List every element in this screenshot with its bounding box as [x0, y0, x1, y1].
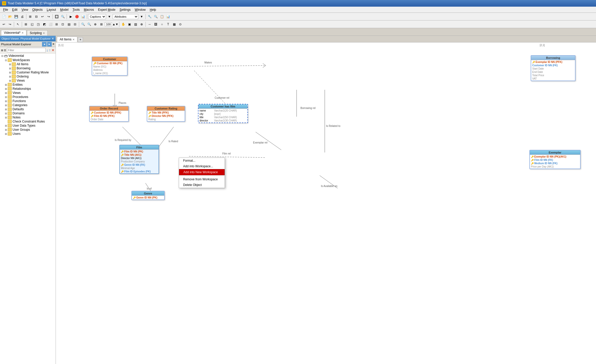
- btn-sub-entity[interactable]: ⊟: [34, 14, 39, 19]
- expander-crm[interactable]: ⊞: [8, 71, 12, 74]
- tree-item-udt[interactable]: ⊞ User Data Types: [0, 124, 56, 128]
- table-exemplar[interactable]: Exemplar 🔑 Exemplar ID NN (PK)(AK1) 🔑 Fi…: [529, 150, 581, 169]
- btn-textbox[interactable]: ▩: [171, 21, 177, 27]
- tree-item-functions[interactable]: ⊞ Functions: [0, 99, 56, 103]
- btn-add-entity[interactable]: ⊞: [27, 14, 33, 19]
- btn-img[interactable]: 🖼: [153, 21, 159, 27]
- btn-shape3[interactable]: ◩: [41, 21, 47, 27]
- btn-redo[interactable]: ↪: [46, 14, 51, 19]
- tree-item-views[interactable]: ⊞ Views: [0, 91, 56, 95]
- tree-item-videorental[interactable]: ⊟ 🗃 Videorental: [0, 53, 56, 58]
- tree-item-allitems[interactable]: ⊞ All Items: [0, 62, 56, 66]
- menu-expert[interactable]: Expert Mode: [96, 7, 118, 12]
- menu-window[interactable]: Window: [133, 7, 148, 12]
- btn-search[interactable]: 🔍: [80, 21, 86, 27]
- btn-cursor[interactable]: ↖: [15, 21, 21, 27]
- expander-usergroups[interactable]: ⊞: [4, 128, 8, 131]
- btn-sel1[interactable]: ▣: [127, 21, 132, 27]
- btn-shape5[interactable]: ⊞: [54, 21, 59, 27]
- ctx-delete-object[interactable]: Delete Object: [179, 182, 225, 188]
- tree-item-workspaces[interactable]: ⊟ WorkSpaces: [0, 58, 56, 62]
- canvas[interactable]: [1,1] [2,1] Makes Customer rel Places: [56, 42, 596, 364]
- btn-zoom1[interactable]: 🔍: [86, 21, 92, 27]
- expander-views[interactable]: ⊞: [4, 92, 8, 94]
- table-customerrating[interactable]: Customer Rating 🔑 Title NN (PFK) 🔑 Direc…: [147, 106, 185, 122]
- btn-sel3[interactable]: ⊕: [139, 21, 144, 27]
- tree-item-relationships[interactable]: ⊞ Relationships: [0, 87, 56, 91]
- move-down-icon[interactable]: ↓: [46, 48, 48, 52]
- btn-t7[interactable]: 🔍: [153, 14, 159, 19]
- btn-t2[interactable]: 🔍: [60, 14, 66, 19]
- add-tab-btn[interactable]: +: [78, 37, 83, 42]
- tab-videorental[interactable]: Videorental* ✕: [1, 30, 26, 36]
- tree-item-notes[interactable]: ⊞ Notes: [0, 115, 56, 119]
- tree-item-borrowing[interactable]: ⊞ Borrowing: [0, 66, 56, 70]
- menu-view[interactable]: View: [19, 7, 30, 12]
- table-customerhasfilm[interactable]: Customer has film name Varchar2(20 CHAR)…: [198, 104, 248, 123]
- menu-edit[interactable]: Edit: [10, 7, 19, 12]
- nav-right[interactable]: ►: [47, 42, 52, 47]
- table-orderrecord[interactable]: Order Record 🔑 Customer ID NN (PFK) 🔑 Fi…: [89, 106, 129, 122]
- tab-allitems[interactable]: All Items ✕: [57, 37, 77, 42]
- btn-end[interactable]: ⊙: [177, 21, 183, 27]
- btn-combo-arrow[interactable]: ▼: [107, 14, 112, 19]
- menu-macros[interactable]: Macros: [82, 7, 96, 12]
- table-borrowing[interactable]: Borrowing 🔑 Exemplar ID NN (PFK) Custome…: [531, 55, 576, 81]
- btn-t4[interactable]: 🔴: [74, 14, 80, 19]
- expander-domains[interactable]: ⊞: [4, 112, 8, 115]
- tab-videorental-close[interactable]: ✕: [22, 31, 24, 34]
- btn-circle[interactable]: ○: [159, 21, 165, 27]
- table-film[interactable]: Film 🔑 Film ID NN (PK) 🔑 Title NN (AK1) …: [119, 145, 159, 174]
- menu-settings[interactable]: Settings: [118, 7, 133, 12]
- btn-t5[interactable]: 📊: [80, 14, 86, 19]
- ctx-remove-workspace[interactable]: Remove from Workspace: [179, 177, 225, 182]
- subpanel-close[interactable]: ✕: [52, 42, 55, 47]
- btn-open[interactable]: 📂: [7, 14, 13, 19]
- btn-print[interactable]: 🖨: [19, 14, 25, 19]
- tree-item-customerratingmovie[interactable]: ⊞ Customer Rating Movie: [0, 70, 56, 74]
- btn-hand[interactable]: ✋: [120, 21, 126, 27]
- expander-defaults[interactable]: ⊞: [4, 108, 8, 111]
- expander-borrowing[interactable]: ⊞: [8, 67, 12, 70]
- btn-zoom-adj[interactable]: ▲▼: [112, 21, 118, 27]
- menu-layout[interactable]: Layout: [45, 7, 58, 12]
- btn-shape8[interactable]: ⊟: [72, 21, 78, 27]
- ctx-format[interactable]: Format...: [179, 158, 225, 163]
- btn-new[interactable]: 📄: [1, 14, 7, 19]
- ctx-add-workspace[interactable]: Add into Workspace...: [179, 163, 225, 169]
- tree-item-categories[interactable]: ⊞ Categories: [0, 103, 56, 107]
- nav-left[interactable]: ◄: [42, 42, 47, 47]
- btn-zoom2[interactable]: ⊕: [92, 21, 98, 27]
- tree-item-procedures[interactable]: ⊞ Procedures: [0, 95, 56, 99]
- expander-relationships[interactable]: ⊞: [4, 87, 8, 90]
- btn-text[interactable]: T: [165, 21, 171, 27]
- expander-views-ws[interactable]: ⊞: [8, 79, 12, 82]
- btn-arr[interactable]: ↔: [147, 21, 152, 27]
- btn-undo[interactable]: ↩: [40, 14, 45, 19]
- btn-t9[interactable]: 📊: [165, 14, 171, 19]
- table-customer[interactable]: Customer 🔑 Customer ID NN (PK) Name (IX1…: [92, 57, 128, 76]
- expander-functions[interactable]: ⊞: [4, 100, 8, 103]
- menu-objects[interactable]: Objects: [30, 7, 45, 12]
- btn-redo2[interactable]: ↪: [7, 21, 13, 27]
- expander-udt[interactable]: ⊞: [4, 124, 8, 127]
- btn-shape6[interactable]: ⊡: [60, 21, 66, 27]
- tree-item-domains[interactable]: ⊞ Domains: [0, 111, 56, 115]
- tree-item-users[interactable]: ⊞ Users: [0, 132, 56, 136]
- table-genre[interactable]: Genre 🔑 Genre ID NN (PK): [131, 191, 165, 200]
- btn-shape2[interactable]: ◳: [35, 21, 41, 27]
- tab-scripting[interactable]: Scripting ✕: [27, 30, 48, 36]
- tree-item-views-ws[interactable]: ⊞ Views: [0, 79, 56, 83]
- btn-t6[interactable]: 🔧: [147, 14, 152, 19]
- menu-model[interactable]: Model: [58, 7, 71, 12]
- combo-attributes[interactable]: Attributes: [113, 14, 138, 19]
- filter-input[interactable]: [7, 48, 46, 52]
- ctx-add-new-workspace[interactable]: Add into New Workspace: [179, 169, 225, 175]
- tree-item-entities[interactable]: ⊞ Entities: [0, 83, 56, 87]
- btn-shape1[interactable]: ◱: [29, 21, 35, 27]
- menu-file[interactable]: File: [1, 7, 10, 12]
- clear-filter-icon[interactable]: ✕: [51, 48, 55, 52]
- expander-notes[interactable]: ⊞: [4, 116, 8, 119]
- tree-item-defaults[interactable]: ⊞ Defaults: [0, 107, 56, 111]
- btn-fit[interactable]: ⊞: [99, 21, 104, 27]
